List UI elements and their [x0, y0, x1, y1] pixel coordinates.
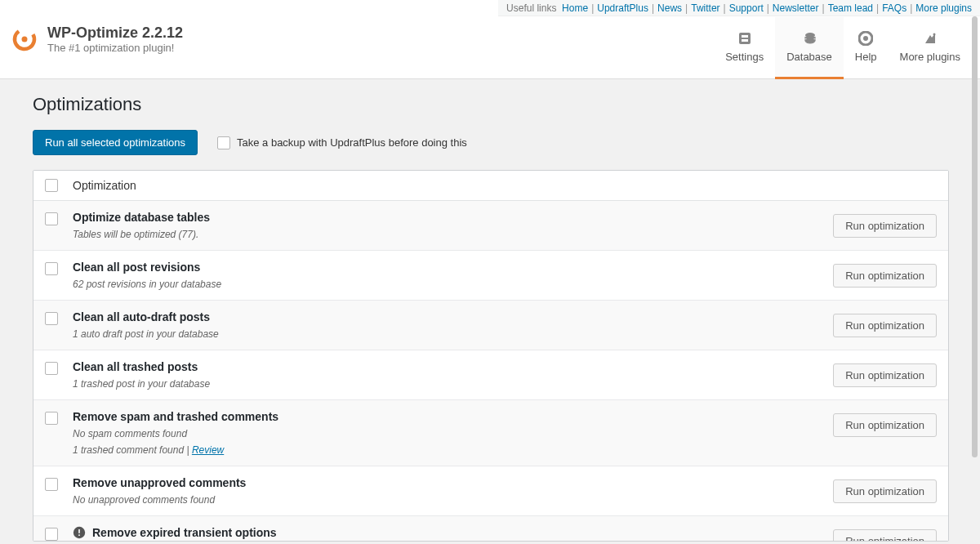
useful-link[interactable]: Twitter — [691, 2, 719, 14]
review-link[interactable]: Review — [192, 444, 224, 456]
table-row: Remove expired transient options12 of 31… — [33, 516, 948, 541]
row-subtext: No unapproved comments found — [73, 494, 833, 506]
row-subtext: 1 trashed post in your database — [73, 378, 833, 390]
table-row: Clean all post revisions62 post revision… — [33, 251, 948, 301]
svg-point-7 — [863, 36, 868, 41]
useful-link[interactable]: Team lead — [828, 2, 873, 14]
row-subtext: 1 trashed comment found | Review — [73, 444, 833, 456]
row-checkbox[interactable] — [45, 362, 58, 375]
svg-rect-2 — [739, 33, 751, 44]
svg-rect-10 — [78, 529, 80, 533]
useful-link[interactable]: News — [657, 2, 682, 14]
brand-title: WP-Optimize 2.2.12 — [47, 25, 183, 42]
svg-rect-4 — [742, 39, 748, 42]
useful-link[interactable]: Newsletter — [773, 2, 819, 14]
run-optimization-button[interactable]: Run optimization — [833, 264, 937, 288]
table-row: Clean all auto-draft posts1 auto draft p… — [33, 301, 948, 350]
tab-database[interactable]: Database — [775, 17, 844, 79]
row-title: Remove spam and trashed comments — [73, 410, 278, 423]
backup-checkbox-label: Take a backup with UpdraftPlus before do… — [237, 136, 467, 149]
table-row: Optimize database tablesTables will be o… — [33, 201, 948, 251]
svg-point-5 — [805, 33, 815, 38]
useful-link[interactable]: More plugins — [915, 2, 972, 14]
wpo-logo-icon — [11, 26, 38, 52]
run-optimization-button[interactable]: Run optimization — [833, 214, 937, 238]
row-subtext: 62 post revisions in your database — [73, 279, 833, 290]
run-all-button[interactable]: Run all selected optimizations — [33, 130, 198, 155]
svg-point-8 — [933, 33, 935, 35]
page-title: Optimizations — [33, 94, 949, 115]
row-title: Optimize database tables — [73, 211, 210, 224]
svg-rect-11 — [78, 534, 80, 536]
svg-point-1 — [22, 37, 28, 42]
backup-checkbox[interactable] — [217, 136, 230, 149]
tab-help[interactable]: Help — [844, 17, 889, 79]
more-icon — [923, 31, 938, 46]
row-title: Remove expired transient options — [92, 526, 277, 539]
row-checkbox[interactable] — [45, 528, 58, 541]
run-optimization-button[interactable]: Run optimization — [833, 314, 937, 337]
useful-links-label: Useful links — [506, 2, 556, 14]
run-optimization-button[interactable]: Run optimization — [833, 529, 937, 541]
row-subtext: Tables will be optimized (77). — [73, 229, 833, 240]
row-checkbox[interactable] — [45, 262, 58, 275]
row-checkbox[interactable] — [45, 312, 58, 325]
tab-more-plugins[interactable]: More plugins — [889, 17, 972, 79]
run-optimization-button[interactable]: Run optimization — [833, 363, 937, 387]
select-all-checkbox[interactable] — [45, 179, 58, 192]
tab-settings[interactable]: Settings — [714, 17, 775, 79]
brand-tagline: The #1 optimization plugin! — [47, 42, 183, 54]
table-row: Remove spam and trashed commentsNo spam … — [33, 400, 948, 466]
row-subtext: No spam comments found — [73, 428, 833, 439]
svg-rect-3 — [742, 35, 748, 38]
table-row: Clean all trashed posts1 trashed post in… — [33, 350, 948, 400]
useful-link[interactable]: UpdraftPlus — [597, 2, 648, 14]
useful-link[interactable]: Home — [562, 2, 588, 14]
row-subtext: 1 auto draft post in your database — [73, 328, 833, 340]
database-icon — [802, 31, 817, 46]
scrollbar-thumb[interactable] — [972, 16, 978, 457]
row-checkbox[interactable] — [45, 212, 58, 225]
run-optimization-button[interactable]: Run optimization — [833, 479, 937, 503]
row-title: Clean all auto-draft posts — [73, 310, 210, 323]
useful-link[interactable]: FAQs — [882, 2, 906, 14]
run-optimization-button[interactable]: Run optimization — [833, 413, 937, 437]
row-checkbox[interactable] — [45, 412, 58, 425]
row-title: Remove unapproved comments — [73, 476, 246, 489]
help-icon — [858, 31, 873, 46]
row-checkbox[interactable] — [45, 478, 58, 491]
column-header-optimization: Optimization — [73, 179, 136, 192]
warning-icon — [73, 526, 86, 539]
row-title: Clean all post revisions — [73, 261, 200, 274]
table-row: Remove unapproved commentsNo unapproved … — [33, 466, 948, 516]
row-title: Clean all trashed posts — [73, 360, 198, 373]
settings-icon — [737, 31, 752, 46]
useful-link[interactable]: Support — [729, 2, 764, 14]
